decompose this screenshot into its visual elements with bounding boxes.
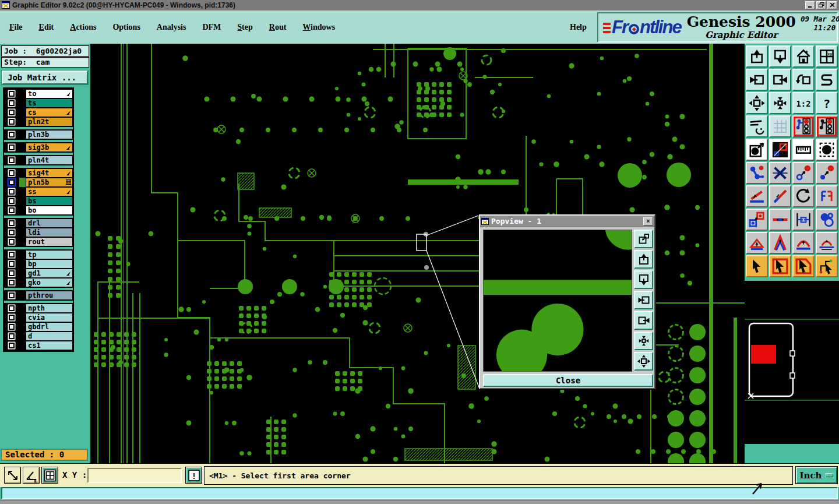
popview-titlebar[interactable]: Popview - 1 ×	[480, 216, 654, 227]
job-matrix-button[interactable]: Job Matrix ...	[2, 71, 88, 84]
layer-name-tp[interactable]: tp	[26, 250, 73, 259]
menu-rout[interactable]: Rout	[269, 23, 287, 32]
popview-close-icon[interactable]: ×	[643, 217, 653, 225]
layer-checkbox-d[interactable]	[4, 332, 19, 341]
scale-tool-button[interactable]	[4, 467, 21, 484]
popview-pan-right-button[interactable]	[634, 311, 653, 330]
select-mode-poly-button[interactable]	[792, 255, 815, 277]
layer-name-bp[interactable]: bp	[26, 259, 73, 269]
layer-checkbox-cs1[interactable]	[4, 341, 19, 350]
layer-swatch-to[interactable]	[19, 89, 26, 98]
help-button[interactable]: ?	[816, 92, 838, 114]
popview-zoom-in-2x-button[interactable]	[634, 332, 653, 350]
layer-swatch-gko[interactable]	[19, 278, 26, 287]
layer-name-pthrou[interactable]: pthrou	[26, 291, 73, 300]
xy-input[interactable]	[87, 468, 182, 483]
layer-name-ts[interactable]: ts	[26, 98, 73, 108]
repaint-view-button[interactable]	[816, 69, 838, 91]
layer-checkbox-bo[interactable]	[4, 206, 19, 215]
layer-checkbox-pln5b[interactable]	[4, 178, 19, 187]
layer-name-sig4t[interactable]: sig4t	[26, 168, 73, 178]
previous-view-button[interactable]	[792, 69, 815, 91]
layer-checkbox-rout[interactable]	[4, 237, 19, 246]
layer-name-gd1[interactable]: gd1	[26, 269, 73, 278]
menu-file[interactable]: File	[9, 23, 23, 32]
layer-name-bo[interactable]: bo	[26, 206, 73, 215]
select-mode-point-button[interactable]	[746, 255, 768, 277]
menu-edit[interactable]: Edit	[39, 23, 54, 32]
layer-checkbox-npth[interactable]	[4, 304, 19, 313]
layer-name-pln3b[interactable]: pln3b	[26, 130, 73, 139]
layer-checkbox-bs[interactable]	[4, 196, 19, 206]
delete-button[interactable]	[769, 162, 791, 184]
arrow-mode-2-button[interactable]	[769, 232, 791, 254]
menu-actions[interactable]: Actions	[70, 23, 96, 32]
zoom-area-out-button[interactable]	[769, 45, 791, 68]
chamfer-button[interactable]	[746, 185, 768, 207]
layer-swatch-ts[interactable]	[19, 98, 26, 108]
layer-name-cs[interactable]: cs	[26, 108, 73, 117]
layer-name-pln4t[interactable]: pln4t	[26, 156, 73, 165]
layer-swatch-pln4t[interactable]	[19, 156, 26, 165]
contour-button[interactable]	[816, 209, 838, 231]
layer-swatch-gbdrl[interactable]	[19, 322, 26, 332]
editor-setup-button[interactable]	[746, 115, 768, 138]
home-view-button[interactable]	[792, 45, 815, 68]
layer-name-cvia[interactable]: cvia	[26, 313, 73, 322]
layer-name-gko[interactable]: gko	[26, 278, 73, 287]
layer-swatch-pln2t[interactable]	[19, 117, 26, 126]
prompt-button[interactable]: !	[185, 467, 202, 484]
layer-checkbox-gko[interactable]	[4, 278, 19, 287]
layer-swatch-cvia[interactable]	[19, 313, 26, 322]
single-select-button[interactable]	[746, 139, 768, 161]
clearance-button[interactable]	[792, 209, 815, 231]
measure-button[interactable]	[792, 139, 815, 161]
rotate-button[interactable]	[792, 185, 815, 207]
stretch-button[interactable]	[769, 209, 791, 231]
layer-name-d[interactable]: d	[26, 332, 73, 341]
layer-name-gbdrl[interactable]: gbdrl	[26, 322, 73, 332]
layer-name-npth[interactable]: npth	[26, 304, 73, 313]
layer-checkbox-gbdrl[interactable]	[4, 322, 19, 332]
arrow-mode-1-button[interactable]	[746, 232, 768, 254]
angle-tool-button[interactable]: α	[23, 467, 40, 484]
arrow-mode-3-button[interactable]	[792, 232, 815, 254]
layer-checkbox-ss[interactable]	[4, 187, 19, 196]
layer-swatch-gd1[interactable]	[19, 269, 26, 278]
layer-name-to[interactable]: to	[26, 89, 73, 98]
layer-checkbox-drl[interactable]	[4, 218, 19, 228]
layer-checkbox-pln4t[interactable]	[4, 156, 19, 165]
popview-close-button[interactable]: Close	[483, 374, 653, 387]
layer-name-ldi[interactable]: ldi	[26, 228, 73, 237]
layer-swatch-pthrou[interactable]	[19, 291, 26, 300]
units-dropdown[interactable]: Inch	[796, 467, 837, 484]
net-reference-button[interactable]	[792, 115, 815, 138]
zoom-in-2x-button[interactable]	[769, 92, 791, 114]
layer-swatch-bp[interactable]	[19, 259, 26, 269]
menu-step[interactable]: Step	[237, 23, 252, 32]
zoom-area-in-button[interactable]	[746, 45, 768, 68]
layer-swatch-bo[interactable]	[19, 206, 26, 215]
pcb-canvas[interactable]: Popview - 1 × Close	[90, 44, 745, 463]
select-mode-net-button[interactable]	[816, 255, 838, 277]
layer-swatch-npth[interactable]	[19, 304, 26, 313]
popview-zoom-out-2x-button[interactable]	[634, 352, 653, 371]
layer-swatch-rout[interactable]	[19, 237, 26, 246]
arrow-mode-4-button[interactable]	[816, 232, 838, 254]
snap-grid-button[interactable]	[769, 115, 791, 138]
layer-swatch-drl[interactable]	[19, 218, 26, 228]
close-button[interactable]	[827, 1, 837, 9]
menu-help[interactable]: Help	[570, 11, 587, 44]
layer-checkbox-cvia[interactable]	[4, 313, 19, 322]
grid-window-button[interactable]	[41, 467, 58, 484]
popview-zoom-in-button[interactable]	[634, 250, 653, 269]
layer-name-rout[interactable]: rout	[26, 237, 73, 246]
layer-swatch-d[interactable]	[19, 332, 26, 341]
mirror-button[interactable]	[816, 185, 838, 207]
minimap[interactable]	[745, 281, 839, 444]
pan-left-button[interactable]	[746, 69, 768, 91]
exchange-pad-button[interactable]	[746, 209, 768, 231]
layer-swatch-bs[interactable]	[19, 196, 26, 206]
pad-select-button[interactable]	[816, 139, 838, 161]
menu-options[interactable]: Options	[112, 23, 140, 32]
